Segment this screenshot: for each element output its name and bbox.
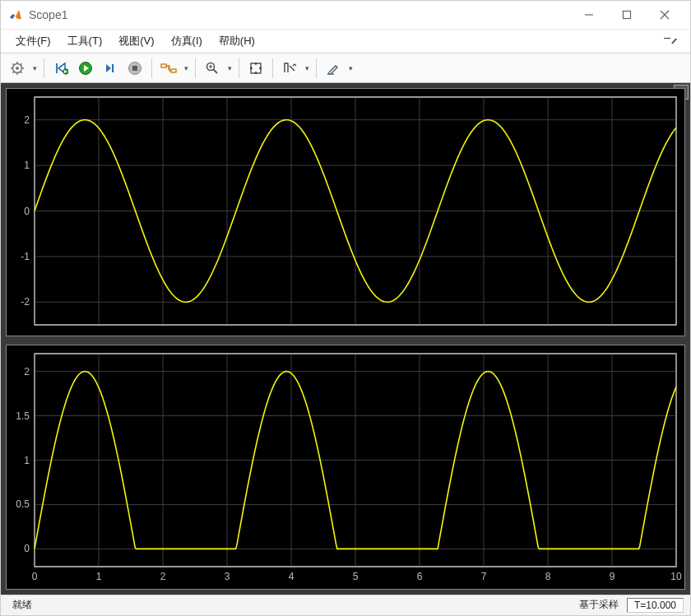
svg-point-22: [207, 63, 215, 70]
window-title: Scope1: [29, 8, 67, 21]
signal-selector-button[interactable]: [157, 57, 180, 80]
svg-point-6: [16, 67, 19, 70]
step-forward-button[interactable]: [99, 57, 122, 80]
close-button[interactable]: [646, 2, 684, 27]
maximize-button[interactable]: [608, 2, 646, 27]
svg-rect-21: [171, 69, 176, 72]
menu-simulation[interactable]: 仿真(I): [163, 30, 211, 52]
svg-line-12: [21, 72, 21, 72]
menubar: 文件(F) 工具(T) 视图(V) 仿真(I) 帮助(H): [1, 30, 690, 53]
status-ready: 就绪: [7, 598, 37, 612]
zoom-dropdown-icon[interactable]: ▾: [225, 57, 234, 80]
svg-rect-17: [112, 64, 114, 72]
svg-text:2: 2: [24, 365, 30, 377]
svg-text:0: 0: [24, 543, 30, 554]
chart-panel-2[interactable]: 00.511.52012345678910: [6, 345, 685, 590]
svg-line-14: [12, 72, 13, 72]
svg-text:5: 5: [353, 571, 359, 582]
stop-button[interactable]: [123, 57, 146, 80]
run-button[interactable]: [74, 57, 97, 80]
statusbar: 就绪 基于采样 T=10.000: [1, 595, 690, 615]
cursor-dropdown-icon[interactable]: ▾: [303, 57, 311, 80]
svg-text:-1: -1: [21, 251, 30, 262]
svg-text:3: 3: [225, 571, 230, 582]
svg-text:0.5: 0.5: [16, 498, 30, 510]
settings-dropdown-icon[interactable]: ▾: [30, 57, 39, 80]
svg-rect-1: [624, 12, 631, 19]
highlight-dropdown-icon[interactable]: ▾: [346, 57, 355, 80]
svg-point-18: [129, 62, 141, 74]
titlebar: Scope1: [1, 1, 690, 30]
menu-help[interactable]: 帮助(H): [211, 30, 263, 52]
matlab-icon: [7, 7, 24, 23]
svg-text:-2: -2: [21, 296, 30, 308]
settings-button[interactable]: [6, 57, 29, 80]
svg-text:1: 1: [24, 454, 30, 465]
svg-line-23: [214, 69, 218, 73]
svg-rect-4: [664, 38, 670, 39]
svg-text:0: 0: [32, 571, 38, 582]
svg-rect-19: [132, 66, 137, 71]
rewind-button[interactable]: [49, 57, 72, 80]
svg-line-13: [21, 63, 21, 64]
svg-text:1: 1: [96, 571, 102, 582]
menubar-dropdown-icon[interactable]: [659, 35, 684, 48]
signal-dropdown-icon[interactable]: ▾: [182, 57, 190, 80]
svg-text:9: 9: [610, 571, 615, 582]
status-sample-based: 基于采样: [574, 598, 624, 612]
svg-text:8: 8: [545, 571, 551, 582]
menu-tools[interactable]: 工具(T): [59, 30, 111, 52]
status-time: T=10.000: [627, 598, 684, 613]
svg-text:7: 7: [481, 571, 487, 582]
svg-text:2: 2: [160, 571, 166, 582]
scope-display: -2-1012 00.511.52012345678910: [1, 83, 690, 595]
svg-text:10: 10: [670, 571, 682, 582]
svg-text:4: 4: [289, 571, 294, 582]
svg-point-15: [63, 68, 68, 73]
menu-file[interactable]: 文件(F): [7, 30, 59, 52]
svg-text:1: 1: [24, 160, 30, 171]
svg-point-5: [13, 63, 22, 72]
svg-rect-20: [161, 64, 166, 67]
toolbar: ▾ ▾ ▾ ▾ ▾: [1, 53, 690, 82]
svg-line-11: [12, 63, 13, 64]
cursor-measure-button[interactable]: [278, 57, 301, 80]
menu-view[interactable]: 视图(V): [110, 30, 162, 52]
zoom-button[interactable]: [201, 57, 224, 80]
svg-point-16: [80, 62, 92, 74]
minimize-button[interactable]: [570, 2, 608, 27]
svg-text:1.5: 1.5: [16, 410, 30, 421]
chart-panel-1[interactable]: -2-1012: [6, 88, 685, 336]
svg-text:2: 2: [24, 113, 30, 125]
highlight-button[interactable]: [322, 57, 345, 80]
svg-text:0: 0: [24, 205, 30, 216]
svg-rect-26: [251, 63, 261, 73]
fit-to-view-button[interactable]: [244, 57, 267, 80]
svg-text:6: 6: [417, 571, 423, 582]
